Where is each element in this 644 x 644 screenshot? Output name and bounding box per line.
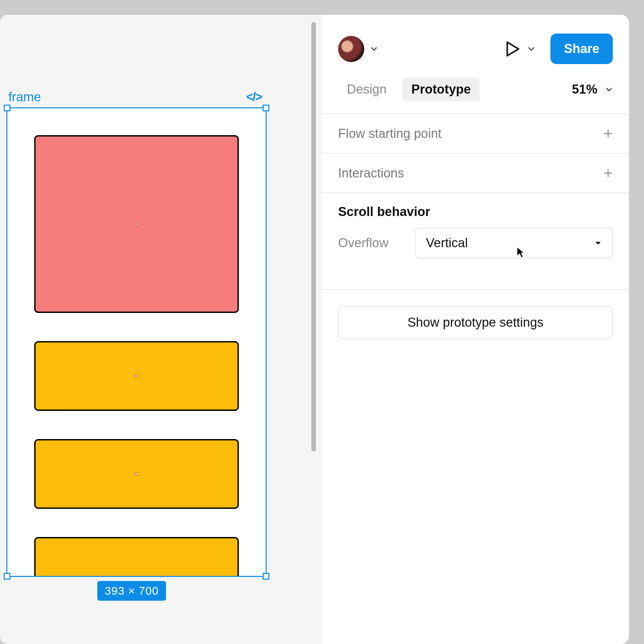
resize-handle-tr[interactable] <box>263 105 269 111</box>
tab-prototype[interactable]: Prototype <box>402 77 479 101</box>
shape-orange-2[interactable] <box>34 439 239 509</box>
overflow-label: Overflow <box>338 236 402 250</box>
dropdown-value: Vertical <box>426 236 468 250</box>
section-label: Flow starting point <box>338 126 441 141</box>
tabs-row: Design Prototype 51% <box>322 77 629 113</box>
section-scroll-behavior: Scroll behavior <box>322 193 629 222</box>
share-button[interactable]: Share <box>550 34 613 64</box>
frame-label[interactable]: frame <box>8 90 41 104</box>
tab-design[interactable]: Design <box>338 77 395 101</box>
center-dot <box>135 472 138 476</box>
zoom-control[interactable]: 51% <box>572 82 613 97</box>
plus-icon[interactable]: + <box>603 165 613 181</box>
chevron-down-icon[interactable] <box>605 86 613 93</box>
center-dot <box>135 374 138 378</box>
play-icon[interactable] <box>503 40 522 58</box>
overflow-row: Overflow Vertical <box>322 222 629 273</box>
section-interactions[interactable]: Interactions + <box>322 153 629 193</box>
code-icon[interactable]: </> <box>246 90 262 104</box>
resize-handle-br[interactable] <box>263 573 269 580</box>
plus-icon[interactable]: + <box>603 125 613 142</box>
chevron-down-icon <box>594 239 602 247</box>
chevron-down-icon[interactable] <box>528 45 535 53</box>
avatar[interactable] <box>338 36 364 62</box>
panel-header: Share <box>322 15 629 77</box>
properties-panel: Share Design Prototype 51% Flow starting… <box>322 15 629 644</box>
overflow-dropdown[interactable]: Vertical <box>415 228 613 258</box>
cursor-icon <box>517 247 525 259</box>
section-label: Interactions <box>338 166 404 180</box>
resize-handle-tl[interactable] <box>4 105 10 111</box>
canvas[interactable]: frame </> 393 × 700 <box>0 15 322 644</box>
divider <box>322 289 629 290</box>
shape-orange-1[interactable] <box>34 341 239 411</box>
section-flow-starting-point[interactable]: Flow starting point + <box>322 113 629 153</box>
resize-handle-bl[interactable] <box>4 573 10 580</box>
selection-box[interactable] <box>6 107 267 577</box>
app-window: frame </> 393 × 700 <box>0 15 629 644</box>
chevron-down-icon[interactable] <box>370 45 378 53</box>
scrollbar-vertical[interactable] <box>311 22 316 451</box>
size-badge: 393 × 700 <box>97 581 166 601</box>
show-prototype-settings-button[interactable]: Show prototype settings <box>338 306 613 339</box>
center-dot <box>135 222 138 226</box>
zoom-value: 51% <box>572 82 597 97</box>
section-label: Scroll behavior <box>338 205 430 219</box>
shape-orange-3[interactable] <box>34 537 239 576</box>
frame-content[interactable] <box>7 108 266 576</box>
shape-red[interactable] <box>34 135 239 313</box>
